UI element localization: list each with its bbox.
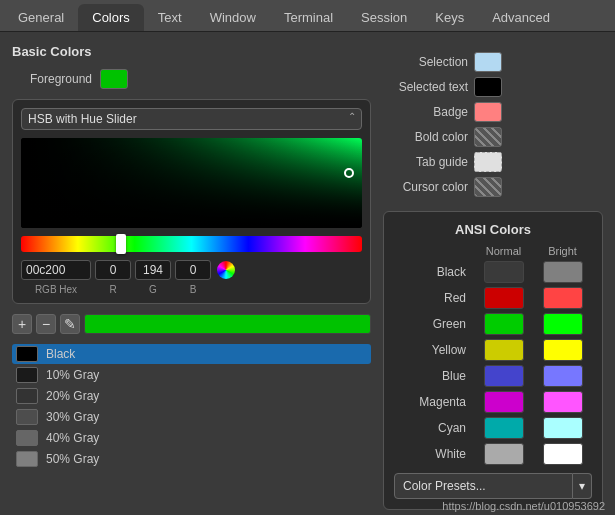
cursor-color-swatch[interactable] — [474, 177, 502, 197]
color-presets-dropdown[interactable]: ▾ — [573, 473, 592, 499]
list-item[interactable]: 50% Gray — [12, 449, 371, 469]
tab-terminal[interactable]: Terminal — [270, 4, 347, 31]
tab-colors[interactable]: Colors — [78, 4, 144, 31]
ansi-row-green: Green — [394, 313, 592, 335]
list-item[interactable]: 40% Gray — [12, 428, 371, 448]
color-presets-button[interactable]: Color Presets... — [394, 473, 573, 499]
bright-header: Bright — [533, 245, 592, 257]
color-picker-container: HSB with Hue Slider — [12, 99, 371, 304]
list-item[interactable]: 20% Gray — [12, 386, 371, 406]
tab-text[interactable]: Text — [144, 4, 196, 31]
ansi-label-white: White — [394, 447, 474, 461]
r-input[interactable] — [95, 260, 131, 280]
selected-text-label: Selected text — [383, 80, 468, 94]
list-item-swatch — [16, 346, 38, 362]
ansi-label-magenta: Magenta — [394, 395, 474, 409]
list-item-swatch — [16, 451, 38, 467]
ansi-title: ANSI Colors — [394, 222, 592, 237]
tab-guide-label: Tab guide — [383, 155, 468, 169]
bold-color-swatch[interactable] — [474, 127, 502, 147]
ansi-bright-red[interactable] — [543, 287, 583, 309]
selection-label: Selection — [383, 55, 468, 69]
cursor-color-label: Cursor color — [383, 180, 468, 194]
ansi-label-yellow: Yellow — [394, 343, 474, 357]
normal-header: Normal — [474, 245, 533, 257]
basic-colors-title: Basic Colors — [12, 44, 371, 59]
picker-mode-select[interactable]: HSB with Hue Slider — [21, 108, 362, 130]
list-item-label: 50% Gray — [46, 452, 99, 466]
ansi-label-green: Green — [394, 317, 474, 331]
tab-bar: General Colors Text Window Terminal Sess… — [0, 0, 615, 32]
list-item-swatch — [16, 409, 38, 425]
tab-advanced[interactable]: Advanced — [478, 4, 564, 31]
ansi-section: ANSI Colors Normal Bright Black Red Gree… — [383, 211, 603, 510]
ansi-bright-green[interactable] — [543, 313, 583, 335]
badge-swatch[interactable] — [474, 102, 502, 122]
ansi-normal-magenta[interactable] — [484, 391, 524, 413]
r-label: R — [95, 284, 131, 295]
hsb-gradient-box[interactable] — [21, 138, 362, 228]
ansi-bright-blue[interactable] — [543, 365, 583, 387]
ansi-bright-white[interactable] — [543, 443, 583, 465]
list-controls: + − ✎ — [12, 314, 371, 334]
color-presets-row: Color Presets... ▾ — [394, 473, 592, 499]
remove-color-button[interactable]: − — [36, 314, 56, 334]
hue-slider[interactable] — [21, 236, 362, 252]
foreground-swatch[interactable] — [100, 69, 128, 89]
b-input[interactable] — [175, 260, 211, 280]
ansi-normal-green[interactable] — [484, 313, 524, 335]
ansi-label-black: Black — [394, 265, 474, 279]
selection-swatch[interactable] — [474, 52, 502, 72]
tab-guide-swatch[interactable] — [474, 152, 502, 172]
ansi-row-black: Black — [394, 261, 592, 283]
tab-keys[interactable]: Keys — [421, 4, 478, 31]
ansi-normal-blue[interactable] — [484, 365, 524, 387]
color-inputs-row — [21, 260, 362, 280]
list-item[interactable]: Black — [12, 344, 371, 364]
hue-thumb — [116, 234, 126, 254]
ansi-row-yellow: Yellow — [394, 339, 592, 361]
ansi-label-blue: Blue — [394, 369, 474, 383]
tab-general[interactable]: General — [4, 4, 78, 31]
selected-text-swatch[interactable] — [474, 77, 502, 97]
ansi-label-cyan: Cyan — [394, 421, 474, 435]
ansi-bright-yellow[interactable] — [543, 339, 583, 361]
list-item[interactable]: 10% Gray — [12, 365, 371, 385]
ansi-bright-magenta[interactable] — [543, 391, 583, 413]
list-item-label: 10% Gray — [46, 368, 99, 382]
list-item[interactable]: 30% Gray — [12, 407, 371, 427]
g-input[interactable] — [135, 260, 171, 280]
right-panel: Selection Selected text Badge Bold color… — [383, 44, 603, 499]
ansi-header: Normal Bright — [394, 245, 592, 257]
ansi-normal-red[interactable] — [484, 287, 524, 309]
edit-color-button[interactable]: ✎ — [60, 314, 80, 334]
color-wheel-button[interactable] — [217, 261, 235, 279]
ansi-bright-cyan[interactable] — [543, 417, 583, 439]
add-color-button[interactable]: + — [12, 314, 32, 334]
hex-input[interactable] — [21, 260, 91, 280]
ansi-row-red: Red — [394, 287, 592, 309]
tab-window[interactable]: Window — [196, 4, 270, 31]
ansi-bright-black[interactable] — [543, 261, 583, 283]
color-list: Black 10% Gray 20% Gray 30% Gray 40% Gra… — [12, 344, 371, 469]
ansi-normal-white[interactable] — [484, 443, 524, 465]
ansi-row-magenta: Magenta — [394, 391, 592, 413]
bold-color-row: Bold color — [383, 127, 603, 147]
status-bar: https://blog.csdn.net/u010953692 — [432, 497, 615, 515]
badge-label: Badge — [383, 105, 468, 119]
left-panel: Basic Colors Foreground HSB with Hue Sli… — [12, 44, 371, 499]
selection-row: Selection — [383, 52, 603, 72]
hsb-cursor — [344, 168, 354, 178]
list-item-label: Black — [46, 347, 75, 361]
basic-colors-section: Basic Colors Foreground HSB with Hue Sli… — [12, 44, 371, 469]
ansi-label-red: Red — [394, 291, 474, 305]
ansi-normal-cyan[interactable] — [484, 417, 524, 439]
status-url: https://blog.csdn.net/u010953692 — [442, 500, 605, 512]
ansi-normal-black[interactable] — [484, 261, 524, 283]
cursor-color-row: Cursor color — [383, 177, 603, 197]
ansi-row-cyan: Cyan — [394, 417, 592, 439]
list-item-swatch — [16, 388, 38, 404]
tab-session[interactable]: Session — [347, 4, 421, 31]
ansi-normal-yellow[interactable] — [484, 339, 524, 361]
list-item-label: 30% Gray — [46, 410, 99, 424]
